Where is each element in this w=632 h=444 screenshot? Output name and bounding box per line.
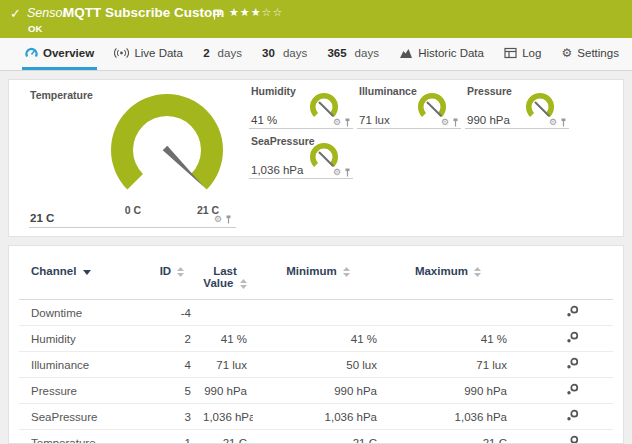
- gauge-needle: [536, 103, 549, 116]
- column-header-actions: [513, 246, 613, 300]
- tab-label-number: 365: [327, 47, 346, 59]
- flag-marker-icon[interactable]: [213, 6, 222, 24]
- channel-settings-gears-icon: [566, 383, 579, 396]
- priority-stars-empty: ☆☆: [262, 6, 284, 18]
- gauge-value: 21 C: [30, 212, 54, 224]
- gauge-needle: [320, 103, 333, 116]
- channel-settings-gears-icon: [566, 331, 579, 344]
- sort-both-icon: [343, 267, 350, 277]
- channels-table: Channel ID Last Value Minimum: [19, 246, 613, 444]
- pin-icon[interactable]: [344, 168, 351, 177]
- channel-id: -4: [147, 300, 197, 326]
- channels-table-panel: Channel ID Last Value Minimum: [8, 245, 624, 444]
- column-label: Channel: [31, 265, 76, 277]
- table-row: Temperature 1 21 C 21 C 21 C: [19, 430, 613, 444]
- channel-maximum: 21 C: [383, 430, 513, 444]
- pin-icon[interactable]: [452, 118, 459, 127]
- column-header-channel[interactable]: Channel: [19, 246, 147, 300]
- column-label: Last Value: [203, 265, 236, 289]
- channel-settings-gears-icon: [566, 409, 579, 422]
- column-header-last-value[interactable]: Last Value: [197, 246, 253, 300]
- tile-divider: [357, 128, 461, 129]
- channel-id: 4: [147, 352, 197, 378]
- channel-name: Humidity: [19, 326, 147, 352]
- tab-365-days[interactable]: 365days: [324, 38, 381, 70]
- pin-icon[interactable]: [344, 118, 351, 127]
- gauge-icon: [25, 46, 38, 59]
- column-header-id[interactable]: ID: [147, 246, 197, 300]
- channel-minimum: 990 hPa: [253, 378, 383, 404]
- sort-desc-icon: [83, 269, 91, 275]
- channel-minimum: [253, 300, 383, 326]
- gauge-tile-illuminance[interactable]: Illuminance 71 lux ⚙: [357, 85, 461, 129]
- gauge-value: 41 %: [251, 114, 277, 126]
- channel-last-value: 1,036 hPa: [197, 404, 253, 430]
- tab-label-unit: days: [283, 47, 307, 59]
- gauge-value: 71 lux: [359, 114, 390, 126]
- gauge-value: 1,036 hPa: [251, 164, 303, 176]
- channel-settings-button[interactable]: [513, 378, 613, 404]
- tab-label-number: 30: [262, 47, 275, 59]
- pin-icon[interactable]: [560, 118, 567, 127]
- tab-settings[interactable]: ⚙ Settings: [559, 38, 622, 70]
- channel-minimum: 1,036 hPa: [253, 404, 383, 430]
- priority-stars[interactable]: ★★★☆☆: [229, 6, 283, 19]
- channel-name: Downtime: [19, 300, 147, 326]
- tab-30-days[interactable]: 30days: [259, 38, 310, 70]
- tile-divider: [465, 128, 569, 129]
- channel-gear-icon[interactable]: ⚙: [333, 168, 341, 177]
- live-signal-icon: [114, 47, 129, 59]
- tab-overview[interactable]: Overview: [22, 38, 97, 70]
- channel-name: Pressure: [19, 378, 147, 404]
- tab-2-days[interactable]: 2days: [200, 38, 245, 70]
- table-row: Illuminance 4 71 lux 50 lux 71 lux: [19, 352, 613, 378]
- channel-id: 2: [147, 326, 197, 352]
- priority-stars-filled: ★★★: [229, 6, 262, 18]
- sort-both-icon: [474, 267, 481, 277]
- gauge-title: Temperature: [30, 89, 93, 101]
- channel-name: SeaPressure: [19, 404, 147, 430]
- channel-maximum: [383, 300, 513, 326]
- channel-settings-button[interactable]: [513, 352, 613, 378]
- tab-historic-data[interactable]: Historic Data: [396, 38, 487, 70]
- channel-settings-button[interactable]: [513, 300, 613, 326]
- channel-maximum: 41 %: [383, 326, 513, 352]
- channel-name: Illuminance: [19, 352, 147, 378]
- column-label: Maximum: [415, 265, 468, 277]
- channel-settings-button[interactable]: [513, 326, 613, 352]
- gauge-title: SeaPressure: [251, 135, 315, 147]
- channel-last-value: [197, 300, 253, 326]
- gauge-tile-temperature[interactable]: Temperature 0 C 21 C 21 C ⚙: [16, 85, 244, 233]
- channel-settings-button[interactable]: [513, 430, 613, 444]
- gauge-tile-humidity[interactable]: Humidity 41 % ⚙: [249, 85, 353, 129]
- sensor-page: ✓ Sensor MQTT Subscribe Custom ★★★☆☆ OK …: [0, 0, 632, 444]
- channel-maximum: 990 hPa: [383, 378, 513, 404]
- column-header-minimum[interactable]: Minimum: [253, 246, 383, 300]
- channel-last-value: 41 %: [197, 326, 253, 352]
- channel-gear-icon[interactable]: ⚙: [549, 118, 557, 127]
- pin-icon[interactable]: [225, 215, 232, 224]
- tab-live-data[interactable]: Live Data: [111, 38, 186, 70]
- tab-label: Log: [522, 47, 541, 59]
- channel-id: 1: [147, 430, 197, 444]
- tile-divider: [249, 128, 353, 129]
- channel-gear-icon[interactable]: ⚙: [333, 118, 341, 127]
- overview-content: Temperature 0 C 21 C 21 C ⚙: [0, 71, 632, 444]
- table-grid-icon: [504, 47, 517, 59]
- gauge-needle: [428, 103, 441, 116]
- channel-name: Temperature: [19, 430, 147, 444]
- table-header-row: Channel ID Last Value Minimum: [19, 246, 613, 300]
- channel-gear-icon[interactable]: ⚙: [214, 215, 222, 224]
- gauge-tile-pressure[interactable]: Pressure 990 hPa ⚙: [465, 85, 569, 129]
- sensor-tabbar: Overview Live Data 2days 30days 365days …: [0, 38, 632, 71]
- tab-log[interactable]: Log: [501, 38, 544, 70]
- channel-gear-icon[interactable]: ⚙: [441, 118, 449, 127]
- gauge-title: Illuminance: [359, 85, 417, 97]
- column-label: Minimum: [286, 265, 336, 277]
- channel-id: 3: [147, 404, 197, 430]
- channel-settings-button[interactable]: [513, 404, 613, 430]
- channel-settings-gears-icon: [566, 357, 579, 370]
- column-header-maximum[interactable]: Maximum: [383, 246, 513, 300]
- gauge-min-label: 0 C: [113, 204, 153, 216]
- gauge-tile-seapressure[interactable]: SeaPressure 1,036 hPa ⚙: [249, 135, 353, 179]
